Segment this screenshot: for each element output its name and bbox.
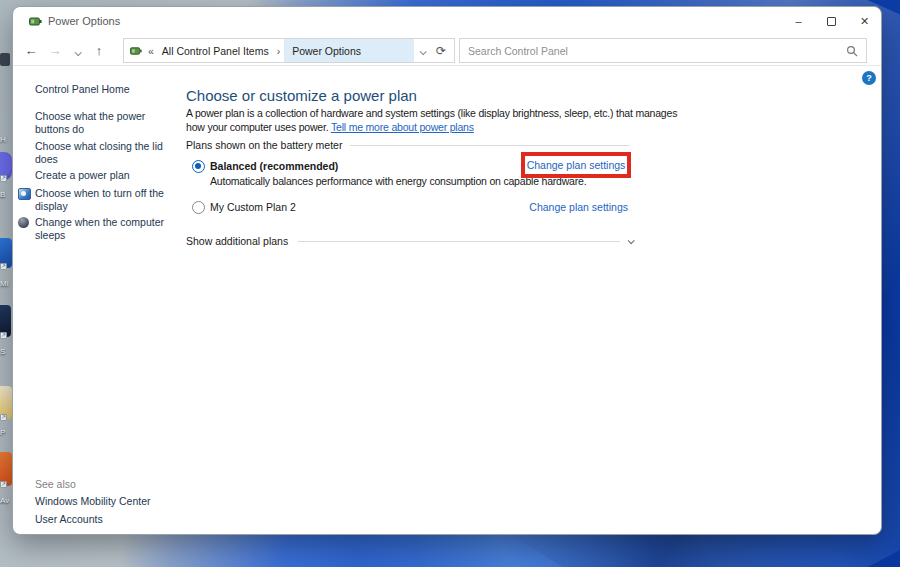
divider bbox=[13, 65, 881, 66]
chevron-down-icon bbox=[74, 49, 81, 56]
power-options-battery-icon bbox=[29, 15, 42, 28]
desktop-icon-label: Mi bbox=[0, 272, 8, 290]
search-box[interactable] bbox=[459, 38, 867, 63]
shortcut-arrow-icon: ↗ bbox=[0, 332, 7, 339]
desktop-icon-fragment[interactable]: ↗ bbox=[0, 238, 12, 268]
description-line2: how your computer uses power. Tell me mo… bbox=[186, 121, 474, 133]
maximize-icon bbox=[827, 17, 836, 26]
recent-pages-dropdown[interactable] bbox=[67, 42, 87, 60]
search-input[interactable] bbox=[468, 45, 846, 57]
description-line1: A power plan is a collection of hardware… bbox=[186, 107, 677, 119]
change-plan-settings-link-balanced[interactable]: Change plan settings bbox=[527, 159, 626, 171]
breadcrumb-separator-icon[interactable]: › bbox=[273, 45, 285, 57]
desktop-icon-label: B bbox=[0, 183, 5, 201]
desktop-icon-fragment[interactable]: ↗ bbox=[0, 452, 12, 486]
breadcrumb-collapse-icon[interactable]: « bbox=[144, 45, 158, 57]
divider bbox=[298, 241, 620, 242]
desktop-icon-fragment[interactable] bbox=[0, 53, 10, 66]
plans-group-label: Plans shown on the battery meter bbox=[186, 139, 350, 151]
shortcut-arrow-icon: ↗ bbox=[0, 481, 7, 488]
power-options-window: Power Options – ✕ ← → ↑ « All Control Pa… bbox=[12, 6, 882, 535]
plan-name-balanced[interactable]: Balanced (recommended) bbox=[210, 160, 338, 172]
refresh-button[interactable]: ⟳ bbox=[432, 44, 450, 58]
control-panel-icon bbox=[130, 45, 142, 57]
maximize-button[interactable] bbox=[815, 8, 848, 35]
window-title: Power Options bbox=[48, 15, 120, 27]
title-bar[interactable]: Power Options – ✕ bbox=[13, 7, 881, 35]
help-button[interactable]: ? bbox=[862, 71, 876, 85]
desktop-icon-label: P bbox=[0, 421, 5, 439]
plans-group-header: Plans shown on the battery meter bbox=[186, 139, 629, 151]
sidebar-item-control-panel-home[interactable]: Control Panel Home bbox=[35, 83, 171, 96]
radio-my-custom-plan-2[interactable] bbox=[192, 201, 205, 214]
tell-me-more-link[interactable]: Tell me more about power plans bbox=[331, 121, 474, 133]
desktop-icon-label: Av bbox=[0, 489, 9, 507]
search-icon[interactable] bbox=[846, 45, 858, 57]
minimize-button[interactable]: – bbox=[782, 8, 815, 35]
back-button[interactable]: ← bbox=[19, 43, 43, 58]
navigation-bar: ← → ↑ « All Control Panel Items › Power … bbox=[13, 36, 881, 65]
shortcut-arrow-icon: ↗ bbox=[0, 414, 7, 421]
close-button[interactable]: ✕ bbox=[848, 8, 881, 35]
chevron-down-icon bbox=[420, 48, 427, 55]
breadcrumb-all-control-panel-items[interactable]: All Control Panel Items bbox=[158, 45, 273, 57]
radio-balanced[interactable] bbox=[192, 160, 205, 173]
show-additional-plans[interactable]: Show additional plans bbox=[186, 235, 633, 247]
sidebar-item-power-buttons[interactable]: Choose what the power buttons do bbox=[35, 110, 171, 136]
address-bar[interactable]: « All Control Panel Items › Power Option… bbox=[123, 38, 455, 63]
sidebar-item-create-power-plan[interactable]: Create a power plan bbox=[35, 169, 171, 182]
forward-button[interactable]: → bbox=[43, 43, 67, 58]
desktop-icon-label: S bbox=[0, 340, 5, 358]
plan-name-my-custom-plan-2[interactable]: My Custom Plan 2 bbox=[210, 201, 296, 213]
desktop-icon-fragment[interactable]: ↗ bbox=[0, 305, 11, 337]
desktop-icon-label: H bbox=[0, 128, 6, 146]
change-plan-settings-link-custom[interactable]: Change plan settings bbox=[528, 201, 628, 213]
address-dropdown[interactable] bbox=[414, 45, 432, 57]
desktop-icon-fragment[interactable]: ↗ bbox=[0, 386, 12, 419]
up-button[interactable]: ↑ bbox=[87, 43, 111, 58]
show-additional-plans-label: Show additional plans bbox=[186, 235, 298, 247]
breadcrumb-power-options[interactable]: Power Options bbox=[284, 39, 414, 62]
display-clock-icon bbox=[18, 188, 31, 200]
sleep-moon-icon bbox=[18, 217, 29, 228]
page-title: Choose or customize a power plan bbox=[186, 87, 417, 104]
sidebar-item-turn-off-display[interactable]: Choose when to turn off the display bbox=[35, 187, 171, 213]
shortcut-arrow-icon: ↗ bbox=[0, 175, 7, 182]
sidebar-link-windows-mobility-center[interactable]: Windows Mobility Center bbox=[35, 495, 151, 507]
chevron-down-icon[interactable] bbox=[628, 237, 635, 244]
highlight-box: Change plan settings bbox=[521, 152, 631, 178]
desktop-icon-fragment[interactable]: ↗ bbox=[0, 152, 12, 180]
sidebar-link-user-accounts[interactable]: User Accounts bbox=[35, 513, 103, 525]
shortcut-arrow-icon: ↗ bbox=[0, 263, 7, 270]
divider bbox=[350, 145, 629, 146]
sidebar-item-computer-sleeps[interactable]: Change when the computer sleeps bbox=[35, 216, 171, 242]
see-also-header: See also bbox=[35, 478, 76, 490]
sidebar-item-closing-lid[interactable]: Choose what closing the lid does bbox=[35, 140, 171, 166]
